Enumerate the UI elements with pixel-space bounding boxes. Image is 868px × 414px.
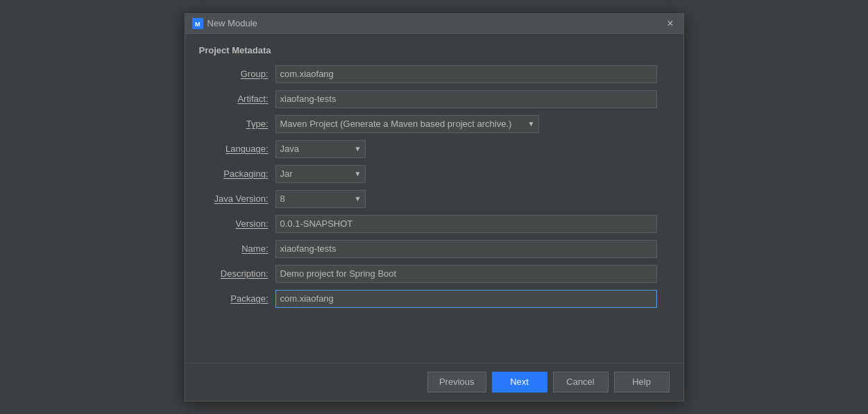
new-module-dialog: M New Module × Project Metadata Group: A…	[185, 13, 684, 402]
cancel-button[interactable]: Cancel	[553, 372, 609, 393]
name-label: Name:	[199, 243, 275, 254]
artifact-label: Artifact:	[199, 94, 275, 104]
name-row: Name:	[199, 240, 670, 258]
description-input[interactable]	[275, 265, 657, 283]
type-row: Type: Maven Project (Generate a Maven ba…	[199, 115, 670, 133]
packaging-select-wrapper: Jar War ▼	[275, 165, 366, 183]
description-row: Description:	[199, 265, 670, 283]
version-label: Version:	[199, 218, 275, 229]
description-label: Description:	[199, 268, 275, 279]
title-bar-left: M New Module	[192, 18, 257, 29]
package-row: Package:	[199, 290, 670, 308]
section-title: Project Metadata	[199, 45, 670, 55]
java-version-select-wrapper: 8 11 17 ▼	[275, 190, 366, 208]
language-row: Language: Java Kotlin Groovy ▼	[199, 140, 670, 158]
help-button[interactable]: Help	[614, 372, 670, 393]
next-button[interactable]: Next	[492, 372, 547, 393]
language-select[interactable]: Java Kotlin Groovy	[275, 140, 366, 158]
packaging-label: Packaging:	[199, 169, 275, 179]
dialog-icon: M	[192, 18, 203, 29]
artifact-row: Artifact:	[199, 90, 670, 108]
name-input[interactable]	[275, 240, 657, 258]
type-select[interactable]: Maven Project (Generate a Maven based pr…	[275, 115, 539, 133]
type-select-wrapper: Maven Project (Generate a Maven based pr…	[275, 115, 539, 133]
language-select-wrapper: Java Kotlin Groovy ▼	[275, 140, 366, 158]
java-version-row: Java Version: 8 11 17 ▼	[199, 190, 670, 208]
group-input[interactable]	[275, 65, 657, 83]
dialog-footer: Previous Next Cancel Help	[185, 363, 683, 401]
version-row: Version:	[199, 215, 670, 233]
packaging-row: Packaging: Jar War ▼	[199, 165, 670, 183]
dialog-title: New Module	[207, 18, 257, 28]
dialog-body: Project Metadata Group: Artifact: Type: …	[185, 34, 683, 363]
package-input[interactable]	[275, 290, 657, 308]
artifact-input[interactable]	[275, 90, 657, 108]
packaging-select[interactable]: Jar War	[275, 165, 366, 183]
previous-button[interactable]: Previous	[427, 372, 486, 393]
language-label: Language:	[199, 144, 275, 154]
java-version-select[interactable]: 8 11 17	[275, 190, 366, 208]
group-label: Group:	[199, 69, 275, 79]
close-button[interactable]: ×	[664, 18, 676, 29]
version-input[interactable]	[275, 215, 657, 233]
java-version-label: Java Version:	[199, 193, 275, 204]
package-label: Package:	[199, 293, 275, 304]
title-bar: M New Module ×	[185, 14, 683, 34]
svg-text:M: M	[195, 21, 201, 28]
type-label: Type:	[199, 119, 275, 129]
group-row: Group:	[199, 65, 670, 83]
